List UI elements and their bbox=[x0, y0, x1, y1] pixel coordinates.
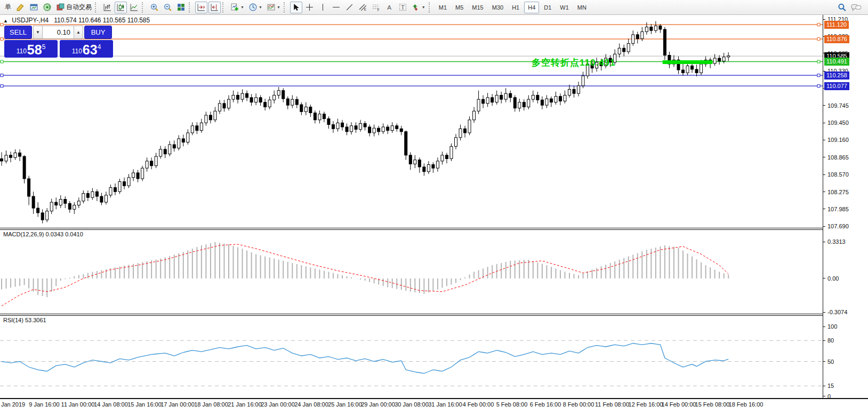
candle-body[interactable] bbox=[168, 145, 171, 154]
candle-body[interactable] bbox=[523, 102, 525, 107]
candle-body[interactable] bbox=[632, 35, 634, 44]
candle-body[interactable] bbox=[68, 203, 71, 209]
candlestick-chart-button[interactable] bbox=[115, 2, 127, 13]
periods-button[interactable]: ▼ bbox=[247, 2, 264, 13]
new-order-button[interactable]: 单 bbox=[2, 2, 13, 13]
candle-body[interactable] bbox=[23, 156, 26, 179]
candle-body[interactable] bbox=[459, 129, 462, 138]
candle-body[interactable] bbox=[436, 161, 439, 168]
candle-body[interactable] bbox=[400, 129, 403, 132]
candle-body[interactable] bbox=[82, 194, 85, 201]
text-label-button[interactable]: T bbox=[397, 2, 409, 13]
candle-body[interactable] bbox=[19, 153, 21, 156]
timeframe-m1-button[interactable]: M1 bbox=[435, 2, 451, 13]
candle-body[interactable] bbox=[132, 173, 135, 178]
candle-body[interactable] bbox=[318, 114, 321, 120]
candle-body[interactable] bbox=[205, 115, 207, 123]
toolbar-grip[interactable] bbox=[222, 2, 227, 13]
sell-price-button[interactable]: 110 58 5 bbox=[4, 40, 58, 58]
candle-body[interactable] bbox=[146, 161, 148, 168]
meta-editor-button[interactable] bbox=[14, 2, 27, 13]
candle-body[interactable] bbox=[250, 98, 253, 102]
candle-body[interactable] bbox=[277, 91, 280, 95]
timeframe-m5-button[interactable]: M5 bbox=[452, 2, 467, 13]
candle-body[interactable] bbox=[373, 128, 375, 133]
candle-body[interactable] bbox=[464, 129, 467, 133]
candle-body[interactable] bbox=[441, 155, 444, 161]
fibonacci-button[interactable]: F bbox=[370, 2, 382, 13]
candle-body[interactable] bbox=[304, 107, 307, 112]
candle-body[interactable] bbox=[718, 58, 721, 61]
candle-body[interactable] bbox=[255, 98, 258, 102]
crosshair-button[interactable] bbox=[303, 2, 316, 13]
candle-body[interactable] bbox=[727, 56, 730, 57]
candle-body[interactable] bbox=[722, 57, 725, 61]
timeframe-w1-button[interactable]: W1 bbox=[556, 2, 573, 13]
candle-body[interactable] bbox=[291, 99, 294, 105]
candle-body[interactable] bbox=[268, 100, 271, 107]
candle-body[interactable] bbox=[691, 66, 694, 69]
line-handle[interactable] bbox=[1, 85, 3, 87]
volume-decrease-button[interactable]: ▼ bbox=[33, 26, 43, 39]
channel-button[interactable]: E bbox=[357, 2, 369, 13]
candle-body[interactable] bbox=[391, 126, 393, 131]
candle-body[interactable] bbox=[327, 119, 330, 125]
candle-body[interactable] bbox=[136, 173, 139, 179]
text-button[interactable]: A bbox=[383, 2, 396, 13]
candle-body[interactable] bbox=[64, 200, 67, 204]
candle-body[interactable] bbox=[336, 123, 339, 129]
candle-body[interactable] bbox=[700, 64, 703, 73]
candle-body[interactable] bbox=[350, 126, 353, 132]
vertical-line-button[interactable] bbox=[317, 2, 329, 13]
candle-body[interactable] bbox=[95, 192, 98, 196]
candle-body[interactable] bbox=[573, 89, 575, 93]
candle-body[interactable] bbox=[513, 98, 516, 108]
line-handle[interactable] bbox=[1, 38, 3, 41]
candle-body[interactable] bbox=[409, 155, 412, 164]
candle-body[interactable] bbox=[645, 27, 648, 32]
timeframe-m30-button[interactable]: M30 bbox=[488, 2, 507, 13]
candle-body[interactable] bbox=[5, 155, 7, 161]
candle-body[interactable] bbox=[218, 104, 221, 111]
pivot-trend-segment[interactable] bbox=[663, 60, 713, 64]
candle-body[interactable] bbox=[477, 99, 480, 111]
cursor-button[interactable] bbox=[290, 2, 302, 13]
chat-button[interactable] bbox=[849, 2, 863, 13]
candle-body[interactable] bbox=[504, 93, 507, 99]
candle-body[interactable] bbox=[486, 98, 489, 104]
horizontal-line-button[interactable] bbox=[330, 2, 342, 13]
toolbar-grip[interactable] bbox=[95, 2, 100, 13]
buy-price-button[interactable]: 110 63 4 bbox=[60, 40, 113, 58]
timeframe-h1-button[interactable]: H1 bbox=[508, 2, 523, 13]
candle-body[interactable] bbox=[359, 123, 362, 129]
candle-body[interactable] bbox=[636, 35, 639, 39]
candle-body[interactable] bbox=[86, 194, 89, 198]
candle-body[interactable] bbox=[309, 107, 312, 113]
candle-body[interactable] bbox=[273, 95, 276, 100]
candle-body[interactable] bbox=[545, 99, 548, 105]
candle-body[interactable] bbox=[650, 27, 653, 31]
candle-body[interactable] bbox=[173, 145, 175, 148]
candle-body[interactable] bbox=[37, 208, 39, 213]
volume-input[interactable]: 0.10 bbox=[43, 26, 74, 39]
volume-increase-button[interactable]: ▲ bbox=[74, 26, 83, 39]
rsi-plot[interactable] bbox=[0, 316, 823, 398]
candle-body[interactable] bbox=[550, 99, 552, 102]
timeframe-mn-button[interactable]: MN bbox=[574, 2, 590, 13]
candle-body[interactable] bbox=[59, 200, 62, 205]
pivot-annotation-text[interactable]: 多空转折点110.491 bbox=[532, 57, 616, 69]
signals-button[interactable] bbox=[41, 2, 53, 13]
candle-body[interactable] bbox=[187, 133, 189, 142]
candle-body[interactable] bbox=[196, 126, 198, 131]
rsi-line[interactable] bbox=[2, 344, 728, 373]
candle-body[interactable] bbox=[182, 139, 184, 142]
candle-body[interactable] bbox=[91, 192, 94, 197]
candle-body[interactable] bbox=[554, 97, 557, 102]
toolbar-grip[interactable] bbox=[189, 2, 194, 13]
candle-body[interactable] bbox=[228, 99, 230, 108]
candle-body[interactable] bbox=[527, 99, 530, 107]
candle-body[interactable] bbox=[300, 105, 303, 112]
candle-body[interactable] bbox=[414, 160, 416, 164]
candle-body[interactable] bbox=[473, 111, 476, 120]
candle-body[interactable] bbox=[200, 123, 203, 130]
